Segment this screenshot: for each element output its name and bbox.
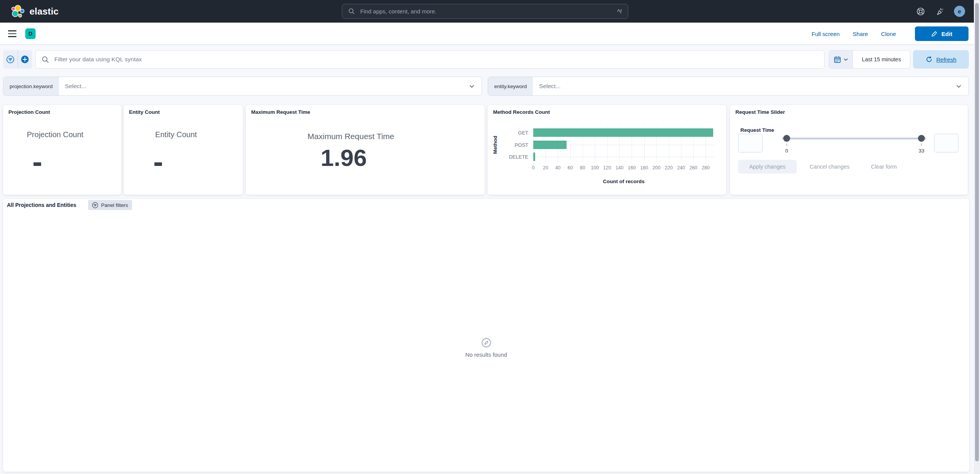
navigation-bar: D Dashboard Response time detail view Fu… (0, 23, 974, 45)
chart-category-labels: GETPOSTDELETE (499, 126, 531, 163)
chart-row-guideline (533, 157, 714, 157)
panel-title: Projection Count (8, 109, 50, 115)
help-button[interactable] (916, 7, 926, 16)
empty-state: No results found (3, 338, 969, 358)
panel-method-records-count: Method Records Count Method GETPOSTDELET… (488, 105, 726, 195)
empty-state-message: No results found (465, 351, 507, 358)
chart-x-tick-label: 200 (652, 165, 660, 171)
chart-bar-post (533, 141, 567, 149)
metric-label: Projection Count (3, 130, 107, 139)
control-projection-keyword[interactable]: projection.keyword Select... (3, 77, 482, 96)
slider-tick-min (786, 143, 787, 146)
chart-x-tick-label: 60 (568, 165, 573, 171)
apply-changes-button[interactable]: Apply changes (738, 160, 797, 174)
chart-x-tick-label: 0 (532, 165, 535, 171)
refresh-icon (926, 56, 933, 63)
full-screen-button[interactable]: Full screen (812, 31, 840, 37)
saved-query-menu-button[interactable] (3, 50, 18, 69)
chart-bar-delete (533, 153, 535, 161)
panel-all-projections-entities: All Projections and Entities Panel filte… (3, 199, 969, 472)
filter-button-group (3, 50, 32, 69)
edit-button-label: Edit (941, 31, 952, 37)
slider-min-label: 0 (785, 148, 788, 154)
filter-circle-icon (6, 55, 15, 64)
plus-circle-icon (21, 55, 29, 64)
party-popper-icon (936, 7, 945, 16)
search-icon (348, 8, 355, 15)
elastic-logo[interactable]: elastic (11, 0, 59, 23)
control-entity-keyword[interactable]: entity.keyword Select... (488, 77, 969, 96)
chart-x-axis-title: Count of records (533, 179, 714, 184)
chevron-down-icon (956, 84, 962, 89)
scrollbar-thumb[interactable] (975, 3, 979, 461)
metric-empty-value: - (3, 154, 72, 169)
date-picker-toggle[interactable] (829, 51, 853, 68)
search-icon (42, 56, 49, 63)
slider-max-label: 33 (918, 148, 924, 154)
kql-query-input[interactable] (54, 56, 818, 63)
panel-projection-count: Projection Count Projection Count - (3, 105, 121, 195)
panel-title: Method Records Count (493, 109, 550, 115)
slider-track[interactable] (782, 138, 926, 139)
time-range-value: Last 15 minutes (853, 51, 910, 68)
menu-toggle-button[interactable] (8, 30, 16, 37)
metric-label: Maximum Request Time (246, 132, 456, 141)
add-filter-button[interactable] (18, 50, 33, 69)
edit-button[interactable]: Edit (915, 26, 969, 41)
chevron-down-icon (843, 57, 848, 62)
clear-form-button[interactable]: Clear form (871, 160, 897, 174)
range-slider: 0 33 (782, 134, 926, 155)
control-placeholder: Select... (539, 83, 956, 90)
brand-text: elastic (29, 6, 59, 17)
user-avatar[interactable]: e (954, 6, 965, 17)
panel-entity-count: Entity Count Entity Count - (124, 105, 243, 195)
life-ring-icon (916, 7, 925, 16)
chart-category-label: DELETE (509, 154, 528, 160)
chart-x-tick-label: 80 (580, 165, 585, 171)
calendar-icon (834, 56, 841, 63)
refresh-button[interactable]: Refresh (913, 50, 969, 69)
kibana-dashboard-screen: elastic ^/ (0, 0, 980, 474)
chart-y-axis-title: Method (490, 126, 500, 163)
search-shortcut-hint: ^/ (617, 8, 622, 15)
clone-button[interactable]: Clone (881, 31, 896, 37)
time-range-picker[interactable]: Last 15 minutes (829, 50, 910, 69)
global-search[interactable]: ^/ (342, 4, 628, 19)
panel-title: Request Time Slider (735, 109, 785, 115)
filter-circle-icon (92, 202, 98, 208)
space-avatar[interactable]: D (25, 28, 36, 39)
panel-filters-badge[interactable]: Panel filters (88, 200, 132, 210)
chart-x-tick-label: 280 (702, 165, 710, 171)
whats-new-button[interactable] (935, 7, 945, 16)
chart-x-tick-label: 220 (665, 165, 673, 171)
compass-icon (481, 338, 492, 348)
slider-tick-max (921, 143, 922, 146)
control-label: projection.keyword (3, 77, 59, 95)
slider-handle-min[interactable] (783, 135, 790, 142)
dashboard-actions: Full screen Share Clone (812, 23, 896, 45)
panel-title: Entity Count (129, 109, 160, 115)
avatar-initial: e (958, 8, 961, 15)
control-placeholder: Select... (65, 83, 469, 90)
pencil-icon (931, 31, 938, 37)
refresh-button-label: Refresh (936, 56, 957, 63)
elastic-logo-icon (11, 5, 24, 18)
kql-query-bar[interactable] (35, 50, 825, 69)
range-max-input[interactable] (934, 134, 959, 153)
chart-x-tick-label: 140 (616, 165, 624, 171)
chart-x-tick-label: 180 (640, 165, 648, 171)
chart-x-tick-label: 160 (628, 165, 636, 171)
share-button[interactable]: Share (853, 31, 868, 37)
range-min-input[interactable] (738, 134, 763, 153)
slider-handle-max[interactable] (918, 135, 925, 142)
chart-x-tick-label: 20 (543, 165, 548, 171)
cancel-changes-button[interactable]: Cancel changes (810, 160, 849, 174)
metric-empty-value: - (124, 154, 193, 169)
vertical-scrollbar (974, 0, 980, 474)
global-search-input[interactable] (359, 8, 612, 15)
chart-x-tick-label: 40 (555, 165, 560, 171)
chart-bar-get (533, 128, 713, 137)
control-label: entity.keyword (488, 77, 533, 95)
chart-x-tick-label: 240 (677, 165, 685, 171)
chart-x-tick-label: 120 (603, 165, 611, 171)
